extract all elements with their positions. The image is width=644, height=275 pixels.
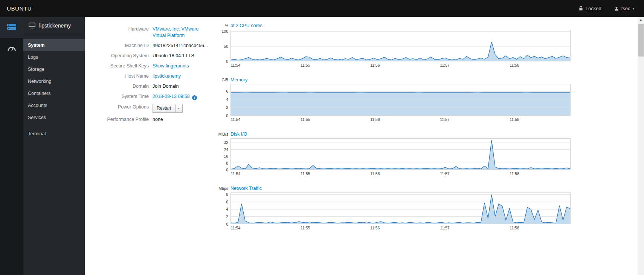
x-tick-label: 11:56: [370, 171, 380, 176]
chart-header-cpu: %of 2 CPU cores: [215, 23, 571, 28]
chart-plot-network-traffic: [230, 192, 571, 224]
x-tick-label: 11:55: [301, 117, 310, 122]
sidebar-item-terminal[interactable]: Terminal: [23, 128, 85, 140]
x-tick-label: 11:57: [440, 117, 450, 122]
x-tick-label: 11:55: [301, 226, 310, 230]
brand-logo: UBUNTU: [7, 5, 32, 12]
sidebar-item-accounts[interactable]: Accounts: [23, 99, 85, 112]
chart-plot-cpu: [230, 30, 571, 61]
y-tick-label: 24: [224, 147, 228, 152]
info-link-host-name[interactable]: lipstickenemy: [153, 73, 181, 79]
info-link-secure-shell-keys[interactable]: Show fingerprints: [153, 63, 189, 69]
info-row-domain: DomainJoin Domain: [85, 83, 215, 90]
info-label-domain: Domain: [85, 83, 153, 90]
x-tick-label: 11:58: [510, 226, 519, 230]
chart-title-cpu[interactable]: of 2 CPU cores: [230, 23, 262, 28]
info-label-performance-profile: Performance Profile: [85, 116, 153, 123]
topbar-right: Locked tsec ▾: [571, 0, 637, 17]
y-tick-label: 6: [226, 200, 228, 204]
chart-header-memory: GiBMemory: [215, 77, 571, 82]
restart-dropdown-button[interactable]: ▾: [175, 104, 183, 113]
scroll-up-arrow[interactable]: ▲: [638, 17, 644, 23]
x-tick-label: 11:58: [510, 63, 519, 67]
locked-label: Locked: [586, 6, 601, 11]
dashboard-button[interactable]: [0, 38, 23, 59]
y-tick-label: 32: [224, 140, 228, 145]
info-value-machine-id: 49c1822514114bacb456...: [153, 43, 208, 49]
y-tick-label: 6: [226, 89, 228, 93]
chart-title-network-traffic[interactable]: Network Traffic: [230, 186, 262, 191]
x-tick-label: 11:56: [370, 63, 380, 67]
y-tick-label: 50: [224, 44, 228, 49]
info-label-machine-id: Machine ID: [85, 43, 153, 49]
sidebar-item-networking[interactable]: Networking: [23, 75, 85, 87]
sidebar-item-logs[interactable]: Logs: [23, 51, 85, 63]
x-tick-label: 11:57: [440, 63, 450, 67]
chart-unit-memory: GiB: [215, 78, 230, 82]
user-menu[interactable]: tsec ▾: [609, 0, 637, 17]
host-icon: [29, 23, 35, 29]
x-tick-label: 11:55: [301, 63, 310, 67]
chart-memory: GiBMemory024611:5411:5511:5611:5711:58: [215, 77, 571, 122]
info-label-hardware: Hardware: [85, 26, 153, 32]
gauge-icon: [7, 44, 16, 53]
charts: %of 2 CPU cores05010011:5411:5511:5611:5…: [215, 17, 571, 275]
chevron-down-icon: ▾: [178, 107, 180, 110]
y-tick-label: 0: [226, 168, 228, 172]
info-value-performance-profile: none: [153, 116, 163, 123]
scrollbar: ▲: [638, 17, 644, 275]
info-value-domain: Join Domain: [153, 83, 179, 90]
x-tick-label: 11:55: [301, 171, 310, 176]
host-header[interactable]: lipstickenemy: [23, 17, 85, 34]
chart-plot-memory: [230, 84, 571, 116]
scrollbar-thumb[interactable]: [638, 24, 644, 57]
y-tick-label: 8: [226, 161, 228, 165]
info-row-system-time: System Time2018-08-13 09:58 i: [85, 93, 215, 100]
chart-disk-io: MiB/sDisk I/O0816243211:5411:5511:5611:5…: [215, 131, 571, 176]
chart-title-disk-io[interactable]: Disk I/O: [230, 131, 247, 137]
info-row-operating-system: Operating SystemUbuntu 18.04.1 LTS: [85, 53, 215, 59]
x-tick-label: 11:57: [440, 171, 450, 176]
info-label-power-options: Power Options: [85, 104, 153, 110]
y-tick-label: 2: [226, 214, 228, 219]
x-tick-label: 11:58: [510, 117, 519, 122]
chart-title-memory[interactable]: Memory: [230, 77, 247, 82]
chart-unit-disk-io: MiB/s: [215, 132, 230, 136]
info-icon[interactable]: i: [192, 95, 197, 100]
host-name: lipstickenemy: [39, 23, 71, 29]
chart-header-disk-io: MiB/sDisk I/O: [215, 131, 571, 137]
chart-unit-cpu: %: [215, 23, 230, 28]
x-tick-label: 11:58: [510, 171, 519, 176]
sidebar-item-services[interactable]: Services: [23, 112, 85, 124]
x-tick-label: 11:54: [231, 226, 241, 230]
y-tick-label: 100: [221, 29, 228, 34]
main-content: HardwareVMware, Inc. VMware Virtual Plat…: [85, 17, 638, 275]
info-link-hardware[interactable]: VMware, Inc. VMware Virtual Platform: [153, 26, 210, 39]
x-tick-label: 11:56: [370, 117, 380, 122]
sidebar-item-system[interactable]: System: [23, 39, 85, 51]
y-tick-label: 16: [224, 154, 228, 159]
locked-indicator[interactable]: Locked: [571, 6, 609, 11]
info-label-host-name: Host Name: [85, 73, 153, 79]
user-icon: [614, 6, 619, 11]
x-tick-label: 11:54: [231, 117, 241, 122]
lock-icon: [579, 6, 583, 11]
server-icon: [7, 23, 17, 32]
chevron-down-icon: ▾: [632, 7, 634, 11]
sidebar-item-containers[interactable]: Containers: [23, 87, 85, 99]
info-value-system-time: 2018-08-13 09:58 i: [153, 93, 197, 100]
host-server-button[interactable]: [0, 17, 23, 38]
system-info: HardwareVMware, Inc. VMware Virtual Plat…: [85, 17, 215, 275]
restart-button[interactable]: Restart: [153, 104, 175, 113]
sidebar: lipstickenemy SystemLogsStorageNetworkin…: [23, 17, 85, 275]
chart-plot-disk-io: [230, 138, 571, 170]
y-tick-label: 4: [226, 207, 228, 211]
chart-cpu: %of 2 CPU cores05010011:5411:5511:5611:5…: [215, 23, 571, 68]
info-row-machine-id: Machine ID49c1822514114bacb456...: [85, 43, 215, 49]
x-tick-label: 11:56: [370, 226, 380, 230]
user-name: tsec: [621, 6, 630, 11]
x-tick-label: 11:54: [231, 63, 241, 67]
sidebar-item-storage[interactable]: Storage: [23, 63, 85, 75]
info-label-system-time: System Time: [85, 93, 153, 100]
info-link-system-time[interactable]: 2018-08-13 09:58: [153, 94, 190, 99]
